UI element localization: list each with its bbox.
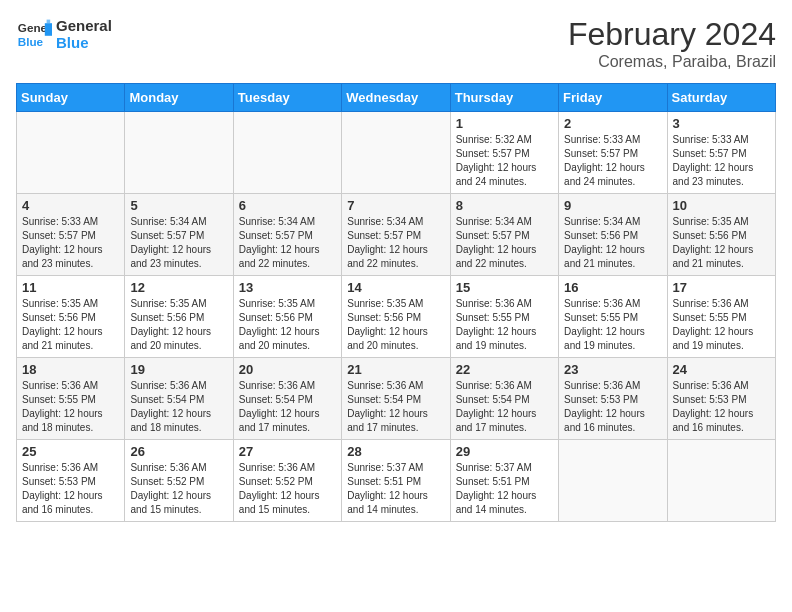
day-number: 16: [564, 280, 661, 295]
day-number: 6: [239, 198, 336, 213]
calendar-cell: 24Sunrise: 5:36 AMSunset: 5:53 PMDayligh…: [667, 358, 775, 440]
day-info: Sunrise: 5:34 AMSunset: 5:57 PMDaylight:…: [239, 215, 336, 271]
calendar-week-row: 25Sunrise: 5:36 AMSunset: 5:53 PMDayligh…: [17, 440, 776, 522]
day-number: 4: [22, 198, 119, 213]
calendar-week-row: 4Sunrise: 5:33 AMSunset: 5:57 PMDaylight…: [17, 194, 776, 276]
calendar-cell: 3Sunrise: 5:33 AMSunset: 5:57 PMDaylight…: [667, 112, 775, 194]
calendar-cell: 25Sunrise: 5:36 AMSunset: 5:53 PMDayligh…: [17, 440, 125, 522]
day-number: 2: [564, 116, 661, 131]
day-info: Sunrise: 5:36 AMSunset: 5:52 PMDaylight:…: [130, 461, 227, 517]
calendar-cell: [233, 112, 341, 194]
day-number: 29: [456, 444, 553, 459]
day-number: 19: [130, 362, 227, 377]
day-info: Sunrise: 5:36 AMSunset: 5:54 PMDaylight:…: [130, 379, 227, 435]
weekday-header-tuesday: Tuesday: [233, 84, 341, 112]
calendar-week-row: 1Sunrise: 5:32 AMSunset: 5:57 PMDaylight…: [17, 112, 776, 194]
day-info: Sunrise: 5:36 AMSunset: 5:55 PMDaylight:…: [564, 297, 661, 353]
weekday-header-friday: Friday: [559, 84, 667, 112]
calendar-cell: 21Sunrise: 5:36 AMSunset: 5:54 PMDayligh…: [342, 358, 450, 440]
day-info: Sunrise: 5:36 AMSunset: 5:53 PMDaylight:…: [22, 461, 119, 517]
day-info: Sunrise: 5:34 AMSunset: 5:57 PMDaylight:…: [130, 215, 227, 271]
day-number: 24: [673, 362, 770, 377]
calendar-cell: 16Sunrise: 5:36 AMSunset: 5:55 PMDayligh…: [559, 276, 667, 358]
day-info: Sunrise: 5:36 AMSunset: 5:55 PMDaylight:…: [673, 297, 770, 353]
day-number: 18: [22, 362, 119, 377]
title-area: February 2024 Coremas, Paraiba, Brazil: [568, 16, 776, 71]
day-info: Sunrise: 5:35 AMSunset: 5:56 PMDaylight:…: [673, 215, 770, 271]
weekday-header-sunday: Sunday: [17, 84, 125, 112]
calendar-cell: 8Sunrise: 5:34 AMSunset: 5:57 PMDaylight…: [450, 194, 558, 276]
day-number: 27: [239, 444, 336, 459]
calendar-cell: 19Sunrise: 5:36 AMSunset: 5:54 PMDayligh…: [125, 358, 233, 440]
day-info: Sunrise: 5:36 AMSunset: 5:54 PMDaylight:…: [239, 379, 336, 435]
day-number: 14: [347, 280, 444, 295]
day-info: Sunrise: 5:36 AMSunset: 5:53 PMDaylight:…: [673, 379, 770, 435]
day-number: 15: [456, 280, 553, 295]
day-info: Sunrise: 5:32 AMSunset: 5:57 PMDaylight:…: [456, 133, 553, 189]
calendar-cell: 17Sunrise: 5:36 AMSunset: 5:55 PMDayligh…: [667, 276, 775, 358]
calendar-cell: [559, 440, 667, 522]
calendar-cell: 14Sunrise: 5:35 AMSunset: 5:56 PMDayligh…: [342, 276, 450, 358]
day-number: 7: [347, 198, 444, 213]
day-number: 20: [239, 362, 336, 377]
day-info: Sunrise: 5:36 AMSunset: 5:55 PMDaylight:…: [456, 297, 553, 353]
day-info: Sunrise: 5:36 AMSunset: 5:52 PMDaylight:…: [239, 461, 336, 517]
day-info: Sunrise: 5:36 AMSunset: 5:54 PMDaylight:…: [347, 379, 444, 435]
day-info: Sunrise: 5:35 AMSunset: 5:56 PMDaylight:…: [130, 297, 227, 353]
day-info: Sunrise: 5:37 AMSunset: 5:51 PMDaylight:…: [456, 461, 553, 517]
location-title: Coremas, Paraiba, Brazil: [568, 53, 776, 71]
calendar-cell: [342, 112, 450, 194]
calendar-cell: 15Sunrise: 5:36 AMSunset: 5:55 PMDayligh…: [450, 276, 558, 358]
calendar-cell: 27Sunrise: 5:36 AMSunset: 5:52 PMDayligh…: [233, 440, 341, 522]
calendar-cell: [667, 440, 775, 522]
svg-text:Blue: Blue: [18, 35, 44, 48]
calendar-cell: 22Sunrise: 5:36 AMSunset: 5:54 PMDayligh…: [450, 358, 558, 440]
day-number: 9: [564, 198, 661, 213]
calendar-cell: 10Sunrise: 5:35 AMSunset: 5:56 PMDayligh…: [667, 194, 775, 276]
day-info: Sunrise: 5:33 AMSunset: 5:57 PMDaylight:…: [564, 133, 661, 189]
day-number: 26: [130, 444, 227, 459]
day-info: Sunrise: 5:35 AMSunset: 5:56 PMDaylight:…: [239, 297, 336, 353]
calendar-cell: 13Sunrise: 5:35 AMSunset: 5:56 PMDayligh…: [233, 276, 341, 358]
day-number: 28: [347, 444, 444, 459]
page-header: General Blue General Blue February 2024 …: [16, 16, 776, 71]
day-info: Sunrise: 5:36 AMSunset: 5:55 PMDaylight:…: [22, 379, 119, 435]
day-number: 21: [347, 362, 444, 377]
calendar-cell: 1Sunrise: 5:32 AMSunset: 5:57 PMDaylight…: [450, 112, 558, 194]
calendar-cell: 23Sunrise: 5:36 AMSunset: 5:53 PMDayligh…: [559, 358, 667, 440]
day-number: 25: [22, 444, 119, 459]
calendar-cell: 11Sunrise: 5:35 AMSunset: 5:56 PMDayligh…: [17, 276, 125, 358]
day-number: 22: [456, 362, 553, 377]
day-info: Sunrise: 5:36 AMSunset: 5:54 PMDaylight:…: [456, 379, 553, 435]
day-number: 13: [239, 280, 336, 295]
weekday-header-thursday: Thursday: [450, 84, 558, 112]
calendar-cell: 26Sunrise: 5:36 AMSunset: 5:52 PMDayligh…: [125, 440, 233, 522]
svg-marker-2: [45, 23, 52, 36]
day-number: 23: [564, 362, 661, 377]
day-number: 10: [673, 198, 770, 213]
day-info: Sunrise: 5:37 AMSunset: 5:51 PMDaylight:…: [347, 461, 444, 517]
calendar-week-row: 18Sunrise: 5:36 AMSunset: 5:55 PMDayligh…: [17, 358, 776, 440]
logo-blue: Blue: [56, 34, 112, 51]
calendar-cell: 9Sunrise: 5:34 AMSunset: 5:56 PMDaylight…: [559, 194, 667, 276]
day-info: Sunrise: 5:35 AMSunset: 5:56 PMDaylight:…: [347, 297, 444, 353]
day-info: Sunrise: 5:34 AMSunset: 5:57 PMDaylight:…: [456, 215, 553, 271]
calendar-week-row: 11Sunrise: 5:35 AMSunset: 5:56 PMDayligh…: [17, 276, 776, 358]
logo: General Blue General Blue: [16, 16, 112, 52]
day-number: 11: [22, 280, 119, 295]
calendar-cell: 28Sunrise: 5:37 AMSunset: 5:51 PMDayligh…: [342, 440, 450, 522]
day-info: Sunrise: 5:35 AMSunset: 5:56 PMDaylight:…: [22, 297, 119, 353]
day-number: 1: [456, 116, 553, 131]
weekday-header-monday: Monday: [125, 84, 233, 112]
calendar-cell: 18Sunrise: 5:36 AMSunset: 5:55 PMDayligh…: [17, 358, 125, 440]
day-info: Sunrise: 5:34 AMSunset: 5:57 PMDaylight:…: [347, 215, 444, 271]
day-number: 12: [130, 280, 227, 295]
calendar-cell: 6Sunrise: 5:34 AMSunset: 5:57 PMDaylight…: [233, 194, 341, 276]
logo-general: General: [56, 17, 112, 34]
calendar-cell: [125, 112, 233, 194]
day-info: Sunrise: 5:36 AMSunset: 5:53 PMDaylight:…: [564, 379, 661, 435]
calendar-cell: [17, 112, 125, 194]
month-title: February 2024: [568, 16, 776, 53]
calendar-cell: 20Sunrise: 5:36 AMSunset: 5:54 PMDayligh…: [233, 358, 341, 440]
day-info: Sunrise: 5:33 AMSunset: 5:57 PMDaylight:…: [22, 215, 119, 271]
